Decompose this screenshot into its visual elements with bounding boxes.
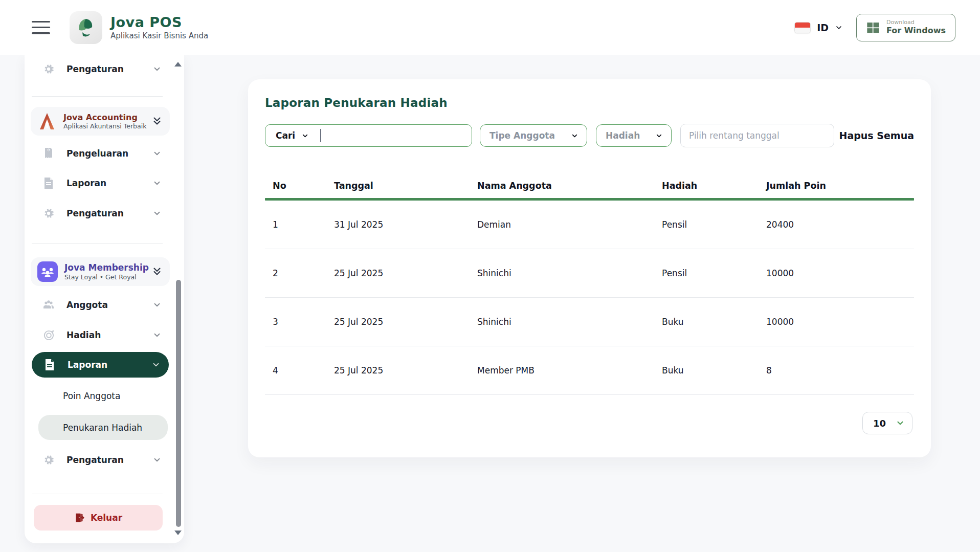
sidebar-item-pengaturan-membership[interactable]: Pengaturan — [32, 450, 169, 470]
page-title: Laporan Penukaran Hadiah — [265, 96, 448, 109]
cell-no: 1 — [265, 219, 334, 230]
sidebar-item-pengeluaran[interactable]: $ Pengeluaran — [32, 143, 169, 164]
sidebar-item-pengaturan-accounting[interactable]: Pengaturan — [32, 203, 169, 224]
logout-button[interactable]: Keluar — [34, 505, 163, 531]
jova-accounting-logo-icon — [37, 111, 57, 131]
sidebar-subitem-poin-anggota[interactable]: Poin Anggota — [38, 386, 168, 406]
sidebar-item-label: Hadiah — [66, 330, 101, 340]
sidebar-item-hadiah[interactable]: Hadiah — [32, 325, 169, 345]
sidebar-item-label: Laporan — [68, 360, 107, 370]
download-platform-label: For Windows — [886, 26, 946, 36]
leaf-logo-icon — [70, 11, 102, 44]
download-label: Download — [886, 19, 946, 26]
chevron-down-icon — [152, 455, 162, 465]
cell-jumlah-poin: 10000 — [766, 268, 914, 278]
double-chevron-down-icon — [151, 266, 163, 278]
reward-dropdown[interactable]: Hadiah — [596, 124, 672, 147]
cell-tanggal: 31 Jul 2025 — [334, 219, 477, 230]
chevron-down-icon — [835, 24, 843, 32]
table-row[interactable]: 1 31 Jul 2025 Demian Pensil 20400 — [265, 201, 914, 249]
target-icon — [42, 329, 55, 341]
column-header-nama-anggota: Nama Anggota — [477, 181, 662, 191]
chevron-down-icon — [152, 300, 162, 310]
brand-subtitle: Aplikasi Kasir Bisnis Anda — [110, 31, 208, 40]
cell-tanggal: 25 Jul 2025 — [334, 365, 477, 376]
sidebar-scrollbar[interactable] — [175, 55, 182, 543]
cell-jumlah-poin: 10000 — [766, 317, 914, 327]
cell-tanggal: 25 Jul 2025 — [334, 317, 477, 327]
search-input[interactable] — [324, 131, 464, 141]
jova-accounting-card[interactable]: Jova Accounting Aplikasi Akuntansi Terba… — [31, 107, 170, 136]
sidebar-item-label: Laporan — [66, 178, 106, 188]
indonesia-flag-icon — [794, 22, 811, 33]
sidebar-item-laporan-accounting[interactable]: Laporan — [32, 173, 169, 193]
jova-membership-logo-icon — [37, 261, 58, 282]
sidebar-item-anggota[interactable]: Anggota — [32, 295, 169, 315]
table-row[interactable]: 3 25 Jul 2025 Shinichi Buku 10000 — [265, 298, 914, 346]
cell-no: 4 — [265, 365, 334, 376]
chevron-down-icon — [152, 179, 162, 188]
scroll-down-arrow-icon[interactable] — [174, 531, 182, 535]
brand-title: Jova POS — [110, 14, 208, 30]
sidebar-subitem-label: Penukaran Hadiah — [63, 423, 142, 433]
sidebar-item-label: Pengaturan — [66, 64, 124, 74]
logout-label: Keluar — [91, 513, 122, 523]
cell-no: 3 — [265, 317, 334, 327]
top-header: Jova POS Aplikasi Kasir Bisnis Anda ID D… — [0, 0, 980, 55]
cell-jumlah-poin: 20400 — [766, 219, 914, 230]
search-combo[interactable]: Cari — [265, 124, 472, 147]
double-chevron-down-icon — [151, 115, 163, 127]
text-cursor — [320, 129, 321, 142]
date-range-input[interactable] — [689, 130, 826, 141]
sidebar-item-laporan-active[interactable]: Laporan — [32, 352, 169, 378]
member-type-label: Tipe Anggota — [489, 130, 555, 141]
scrollbar-thumb[interactable] — [176, 280, 181, 527]
sidebar-subitem-label: Poin Anggota — [63, 391, 120, 401]
cell-hadiah: Pensil — [662, 268, 766, 278]
hamburger-menu-icon[interactable] — [32, 21, 50, 34]
scroll-up-arrow-icon[interactable] — [174, 62, 182, 67]
sidebar-item-pengaturan-pos[interactable]: Pengaturan — [32, 59, 169, 79]
jova-membership-card[interactable]: Jova Membership Stay Loyal • Get Royal — [31, 257, 170, 286]
sidebar-divider — [32, 96, 163, 97]
search-field-selector[interactable]: Cari — [276, 130, 295, 141]
svg-text:$: $ — [48, 148, 50, 151]
language-selector[interactable]: ID — [794, 22, 843, 33]
cell-hadiah: Pensil — [662, 219, 766, 230]
date-range-picker[interactable] — [680, 124, 834, 147]
sidebar-divider — [32, 494, 163, 494]
sidebar-item-label: Pengeluaran — [66, 148, 128, 159]
chevron-down-icon — [151, 360, 161, 369]
page-size-selector[interactable]: 10 — [862, 412, 912, 434]
sidebar: Pengaturan Jova Accounting Aplikasi Akun… — [25, 55, 184, 543]
cell-nama-anggota: Demian — [477, 219, 662, 230]
column-header-tanggal: Tanggal — [334, 181, 477, 191]
cell-hadiah: Buku — [662, 317, 766, 327]
receipt-icon: $ — [42, 147, 55, 160]
chevron-down-icon — [655, 132, 663, 140]
clear-all-button[interactable]: Hapus Semua — [839, 130, 915, 141]
language-code: ID — [817, 22, 829, 33]
table-row[interactable]: 2 25 Jul 2025 Shinichi Pensil 10000 — [265, 249, 914, 298]
sidebar-item-label: Anggota — [66, 300, 108, 310]
table-row[interactable]: 4 25 Jul 2025 Member PMB Buku 8 — [265, 346, 914, 395]
chevron-down-icon — [152, 64, 162, 74]
reward-label: Hadiah — [606, 130, 640, 141]
chevron-down-icon — [152, 149, 162, 158]
sidebar-item-label: Pengaturan — [66, 455, 124, 465]
chevron-down-icon — [301, 132, 309, 140]
page-size-value: 10 — [873, 418, 886, 429]
sidebar-subitem-penukaran-hadiah[interactable]: Penukaran Hadiah — [38, 415, 168, 440]
sidebar-divider — [32, 243, 163, 244]
cell-hadiah: Buku — [662, 365, 766, 376]
brand-logo[interactable]: Jova POS Aplikasi Kasir Bisnis Anda — [70, 11, 208, 44]
download-for-windows-button[interactable]: Download For Windows — [856, 14, 955, 41]
table-header: No Tanggal Nama Anggota Hadiah Jumlah Po… — [265, 175, 914, 196]
member-type-dropdown[interactable]: Tipe Anggota — [480, 124, 587, 147]
membership-subtitle: Stay Loyal • Get Royal — [64, 273, 149, 281]
accounting-subtitle: Aplikasi Akuntansi Terbaik — [63, 122, 146, 130]
membership-title: Jova Membership — [64, 262, 149, 273]
chevron-down-icon — [571, 132, 578, 140]
sidebar-item-label: Pengaturan — [66, 208, 124, 218]
chevron-down-icon — [152, 330, 162, 340]
